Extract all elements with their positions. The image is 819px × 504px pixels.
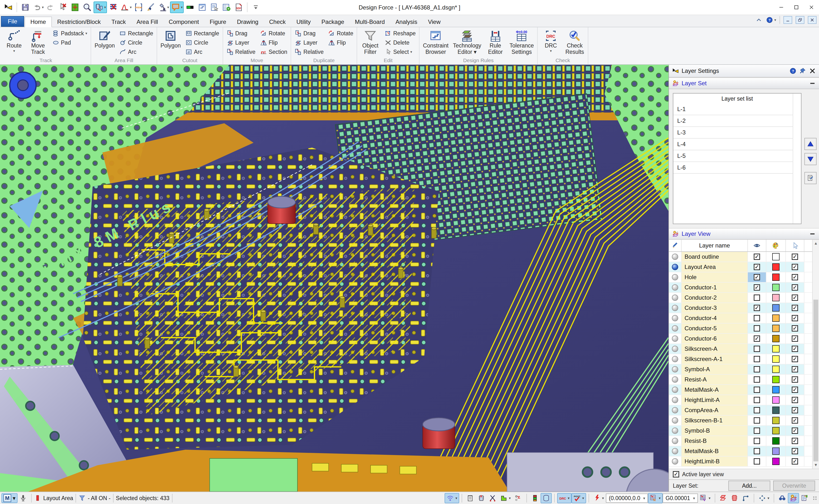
drc-toggle[interactable]: DRC▾	[557, 493, 572, 503]
layer-row-heightlimit-a[interactable]: HeightLimit-A	[669, 395, 819, 405]
visible-checkbox[interactable]	[754, 295, 760, 301]
layer-settings-toggle[interactable]	[788, 493, 799, 503]
visible-checkbox[interactable]	[754, 254, 760, 260]
layer-name[interactable]: CompArea-A	[682, 405, 748, 415]
pin-icon[interactable]	[799, 67, 806, 75]
tab-check[interactable]: Check	[264, 17, 291, 27]
microphone-button[interactable]	[18, 493, 29, 503]
close-icon[interactable]	[809, 67, 816, 75]
layer-name[interactable]: Layout Area	[682, 262, 748, 272]
layer-name[interactable]: Resist-A	[682, 375, 748, 384]
component-mode-button[interactable]	[476, 493, 487, 503]
layer-color-swatch[interactable]	[772, 386, 780, 393]
active-layer-radio[interactable]	[672, 376, 678, 383]
layer-row-conductor-3[interactable]: Conductor-3	[669, 303, 819, 313]
color-palette-icon[interactable]	[766, 240, 786, 251]
selectable-checkbox[interactable]	[792, 274, 798, 280]
tab-multi-board[interactable]: Multi-Board	[350, 17, 390, 27]
layer-display-button[interactable]	[718, 493, 729, 503]
select-cursor-icon[interactable]	[786, 240, 804, 251]
button-layer[interactable]: Layer	[293, 38, 325, 47]
button-object-filter[interactable]: ObjectFilter	[359, 28, 381, 56]
active-layer-radio[interactable]	[672, 366, 678, 372]
visible-checkbox[interactable]	[754, 264, 760, 270]
active-layer-radio[interactable]	[672, 315, 678, 321]
button-flip[interactable]: Flip	[326, 38, 355, 47]
layer-name[interactable]: Symbol-B	[682, 426, 748, 436]
active-layer-radio[interactable]	[672, 295, 678, 301]
button-polygon[interactable]: Polygon	[159, 28, 182, 50]
visible-checkbox[interactable]	[754, 387, 760, 393]
layer-row-silkscreen-a[interactable]: Silkscreen-A	[669, 344, 819, 354]
layer-color-swatch[interactable]	[772, 427, 780, 434]
button-delete[interactable]: Delete	[383, 38, 417, 47]
brush-icon[interactable]	[145, 1, 157, 13]
grid-v-button[interactable]: V▾	[698, 493, 713, 503]
layer-color-swatch[interactable]	[772, 355, 780, 363]
button-section[interactable]: Section	[258, 47, 289, 57]
visibility-eye-icon[interactable]	[748, 240, 766, 251]
selectable-checkbox[interactable]	[792, 428, 798, 434]
button-circle[interactable]: Circle	[184, 38, 221, 47]
layer-name[interactable]: MetalMask-B	[682, 446, 748, 456]
button-arc[interactable]: Arc	[184, 47, 221, 57]
layer-set-item-l-6[interactable]: L-6	[673, 162, 793, 174]
visible-checkbox[interactable]	[754, 274, 760, 280]
active-layer-radio[interactable]	[672, 458, 678, 465]
filter-state[interactable]: - All ON -	[78, 494, 110, 502]
visible-checkbox[interactable]	[754, 305, 760, 311]
button-check-results[interactable]: CheckResults	[563, 28, 586, 56]
move-up-button[interactable]	[804, 138, 817, 150]
visible-checkbox[interactable]	[754, 397, 760, 403]
active-layer-radio[interactable]	[672, 325, 678, 332]
layer-row-layout-area[interactable]: Layout Area	[669, 262, 819, 272]
layer-row-conductor-4[interactable]: Conductor-4	[669, 313, 819, 323]
visible-checkbox[interactable]	[754, 315, 760, 321]
active-layer-radio[interactable]	[672, 264, 678, 270]
add-button[interactable]: Add...	[728, 481, 770, 491]
close-icon[interactable]	[804, 0, 819, 15]
active-layer-radio[interactable]	[672, 284, 678, 291]
selectable-checkbox[interactable]	[792, 366, 798, 372]
layer-color-swatch[interactable]	[772, 325, 780, 332]
layer-row-resist-a[interactable]: Resist-A	[669, 375, 819, 385]
layer-set-item-l-4[interactable]: L-4	[673, 139, 793, 150]
visible-checkbox[interactable]	[754, 438, 760, 444]
layer-row-heightlimit-b[interactable]: HeightLimit-B	[669, 456, 819, 467]
layer-row-board-outline[interactable]: Board outline	[669, 252, 819, 262]
collapse-section-icon[interactable]	[809, 230, 816, 238]
tab-component[interactable]: Component	[163, 17, 204, 27]
layer-name[interactable]: HeightLimit-B	[682, 456, 748, 466]
button-arc[interactable]: Arc	[118, 47, 155, 57]
layer-color-swatch[interactable]	[772, 376, 780, 383]
grid-n-button[interactable]: N▾	[648, 493, 663, 503]
selectable-checkbox[interactable]	[792, 284, 798, 291]
notes-button[interactable]	[465, 493, 476, 503]
selectable-checkbox[interactable]	[792, 325, 798, 332]
visible-checkbox[interactable]	[754, 417, 760, 424]
button-relative[interactable]: Relative	[225, 47, 257, 57]
redo-icon[interactable]	[45, 1, 57, 13]
help-icon[interactable]: ?	[789, 67, 797, 75]
layer-row-symbol-a[interactable]: Symbol-A	[669, 364, 819, 375]
active-layer-radio[interactable]	[672, 356, 678, 362]
layer-color-swatch[interactable]	[772, 458, 780, 465]
selectable-checkbox[interactable]	[792, 407, 798, 413]
layer-set-section-header[interactable]: Layer Set	[669, 77, 819, 89]
layer-color-swatch[interactable]	[772, 396, 780, 404]
connectivity-button[interactable]: ▾	[445, 493, 459, 503]
document-restore-icon[interactable]	[796, 16, 804, 24]
coordinate-display[interactable]: (0.00000,0.0▾	[606, 494, 648, 503]
overwrite-button[interactable]: Overwrite	[773, 481, 815, 491]
layer-name[interactable]: Silkscreen-A	[682, 344, 748, 354]
scroll-down-icon[interactable]: ▼	[812, 461, 819, 469]
scrollbar-thumb[interactable]	[813, 300, 818, 461]
layer-name[interactable]: Conductor-6	[682, 334, 748, 343]
layer-name[interactable]: Conductor-5	[682, 323, 748, 333]
button-padstack[interactable]: Padstack▾	[51, 29, 89, 38]
report-icon[interactable]	[221, 1, 232, 13]
button-rule-editor[interactable]: RuleEditor	[484, 28, 507, 56]
visible-checkbox[interactable]	[754, 284, 760, 291]
layer-table-scrollbar[interactable]: ▲ ▼	[812, 240, 819, 469]
waveform-icon[interactable]: ▾	[120, 1, 132, 13]
